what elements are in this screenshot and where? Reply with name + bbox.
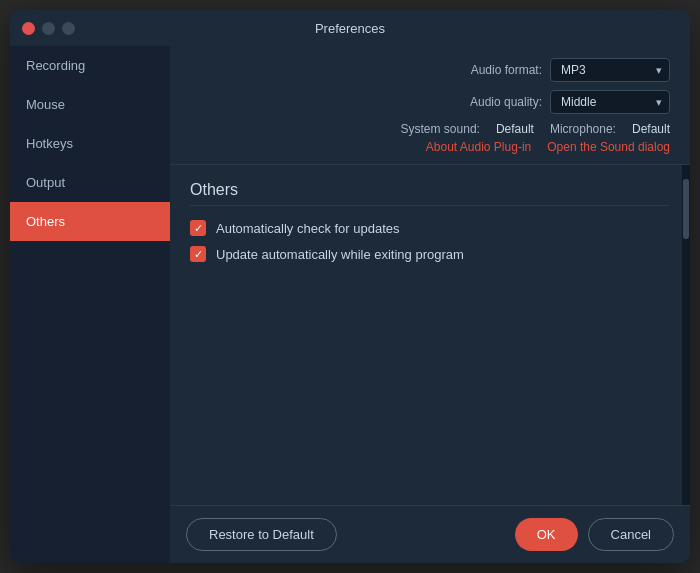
auto-check-updates-label: Automatically check for updates [216, 221, 400, 236]
audio-quality-label: Audio quality: [470, 95, 542, 109]
sidebar-item-output[interactable]: Output [10, 163, 170, 202]
audio-settings: Audio format: MP3 WAV AAC FLAC Audio qua… [170, 46, 690, 165]
window-controls [22, 22, 75, 35]
footer: Restore to Default OK Cancel [170, 505, 690, 563]
audio-format-select[interactable]: MP3 WAV AAC FLAC [550, 58, 670, 82]
minimize-button[interactable] [42, 22, 55, 35]
others-section-title: Others [190, 181, 670, 206]
auto-update-exit-label: Update automatically while exiting progr… [216, 247, 464, 262]
maximize-button[interactable] [62, 22, 75, 35]
auto-update-exit-item[interactable]: ✓ Update automatically while exiting pro… [190, 246, 670, 262]
auto-check-updates-item[interactable]: ✓ Automatically check for updates [190, 220, 670, 236]
auto-update-exit-checkbox[interactable]: ✓ [190, 246, 206, 262]
footer-right: OK Cancel [515, 518, 674, 551]
restore-default-button[interactable]: Restore to Default [186, 518, 337, 551]
audio-quality-row: Audio quality: Low Middle High [190, 90, 670, 114]
checkmark-icon: ✓ [194, 223, 203, 234]
scroll-container: Others ✓ Automatically check for updates… [170, 165, 690, 505]
audio-format-select-wrapper[interactable]: MP3 WAV AAC FLAC [550, 58, 670, 82]
microphone-value: Default [632, 122, 670, 136]
open-sound-dialog-link[interactable]: Open the Sound dialog [547, 140, 670, 154]
close-button[interactable] [22, 22, 35, 35]
main-body: Recording Mouse Hotkeys Output Others Au… [10, 46, 690, 563]
window-title: Preferences [315, 21, 385, 36]
scrollbar-track [682, 165, 690, 505]
sidebar-item-hotkeys[interactable]: Hotkeys [10, 124, 170, 163]
sidebar-item-others[interactable]: Others [10, 202, 170, 241]
system-sound-label: System sound: [401, 122, 480, 136]
sidebar-item-mouse[interactable]: Mouse [10, 85, 170, 124]
link-row: About Audio Plug-in Open the Sound dialo… [190, 140, 670, 154]
sidebar-item-recording[interactable]: Recording [10, 46, 170, 85]
microphone-label: Microphone: [550, 122, 616, 136]
cancel-button[interactable]: Cancel [588, 518, 674, 551]
audio-format-row: Audio format: MP3 WAV AAC FLAC [190, 58, 670, 82]
sidebar: Recording Mouse Hotkeys Output Others [10, 46, 170, 563]
preferences-window: Preferences Recording Mouse Hotkeys Outp… [10, 10, 690, 563]
system-sound-value: Default [496, 122, 534, 136]
content-area: Audio format: MP3 WAV AAC FLAC Audio qua… [170, 46, 690, 563]
titlebar: Preferences [10, 10, 690, 46]
system-info-row: System sound: Default Microphone: Defaul… [190, 122, 670, 136]
scrollbar-thumb[interactable] [683, 179, 689, 239]
scrollable-content: Others ✓ Automatically check for updates… [170, 165, 690, 288]
audio-quality-select-wrapper[interactable]: Low Middle High [550, 90, 670, 114]
checkmark-icon-2: ✓ [194, 249, 203, 260]
audio-quality-select[interactable]: Low Middle High [550, 90, 670, 114]
about-audio-plugin-link[interactable]: About Audio Plug-in [426, 140, 531, 154]
auto-check-updates-checkbox[interactable]: ✓ [190, 220, 206, 236]
ok-button[interactable]: OK [515, 518, 578, 551]
audio-format-label: Audio format: [471, 63, 542, 77]
